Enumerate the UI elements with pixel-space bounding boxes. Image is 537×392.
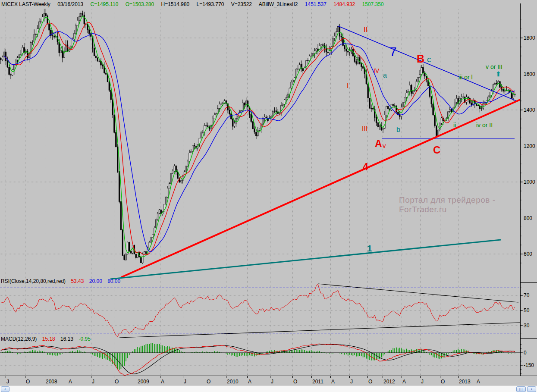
chart-annotation-b[interactable]: B xyxy=(417,53,424,64)
time-axis-label: J xyxy=(350,379,353,385)
rsi-value: 53.43 xyxy=(71,278,84,284)
macd-axis-label: -150 xyxy=(524,362,534,368)
ma-slow-line xyxy=(4,31,515,252)
rsi-name: RSI(Close,14,20,80,red,red) xyxy=(1,278,66,284)
macd-hist-value: -0.95 xyxy=(79,336,90,342)
macd-axis-label: 0 xyxy=(524,350,527,356)
chart-window: MICEX LAST-Weekly 03/16/2013 C=1495.110 … xyxy=(0,0,537,392)
rsi-axis-label: 30 xyxy=(524,323,530,329)
chart-annotation-iv-or-ii[interactable]: iv or II xyxy=(476,122,493,128)
rsi-high-level: 80.00 xyxy=(107,278,120,284)
price-axis-label: 1000 xyxy=(524,179,535,185)
time-axis-label: 2010 xyxy=(227,379,239,385)
axes-layer: 180016001400120010008006007050300-150JO2… xyxy=(0,3,537,385)
time-axis-label: A xyxy=(477,379,480,385)
trendlines-layer xyxy=(110,26,520,279)
scroll-right-button[interactable]: › xyxy=(527,386,536,392)
horizontal-scrollbar: ‹ ||| › xyxy=(0,386,537,392)
rsi-low-level: 20.00 xyxy=(89,278,102,284)
time-axis-label: J xyxy=(6,379,9,385)
time-axis-label: A xyxy=(402,379,406,385)
chart-annotation-c[interactable]: c xyxy=(427,55,431,63)
chart-annotation-iii[interactable]: III xyxy=(362,125,367,132)
time-axis-label: 2013 xyxy=(459,379,471,385)
trendline-red-major-uptrend-4[interactable] xyxy=(121,100,520,277)
macd-pane-label: MACD(12,26,9) 15.18 16.13 -0.95 xyxy=(1,336,94,342)
time-axis-label: J xyxy=(184,379,186,385)
chart-annotation-c[interactable]: C xyxy=(433,145,440,155)
macd-line xyxy=(1,344,515,376)
rsi-trendline[interactable] xyxy=(119,323,520,338)
chart-annotation-b[interactable]: b xyxy=(396,126,400,133)
chart-annotation-a[interactable]: a xyxy=(383,72,387,79)
chart-annotation-iii-or-l[interactable]: iii or l xyxy=(458,74,473,80)
macd-name: MACD(12,26,9) xyxy=(1,336,37,342)
price-axis-label: 600 xyxy=(524,251,532,257)
price-axis-label: 1600 xyxy=(524,71,535,77)
grid-layer xyxy=(0,9,520,376)
time-axis-label: O xyxy=(115,379,119,385)
scrollbar-thumb-button[interactable]: ||| xyxy=(516,386,526,392)
time-axis-label: A xyxy=(161,379,164,385)
price-axis-label: 1200 xyxy=(524,143,535,149)
price-axis-label: 1800 xyxy=(524,35,535,41)
time-axis-label: J xyxy=(421,379,424,385)
watermark: Портал для трейдеров - ForTrader.ru xyxy=(399,195,537,214)
macd-layer xyxy=(1,343,515,376)
time-axis-label: 2009 xyxy=(138,379,149,385)
chart-annotation-a[interactable]: A xyxy=(375,139,382,149)
macd-value: 15.18 xyxy=(42,336,55,342)
time-axis-label: O xyxy=(26,379,30,385)
trendline-teal-uptrend-1[interactable] xyxy=(110,240,501,279)
chart-annotation-4[interactable]: 4 xyxy=(363,162,368,172)
chart-annotation-v[interactable]: v xyxy=(383,142,386,149)
rsi-axis-label: 70 xyxy=(524,292,530,298)
time-axis-label: O xyxy=(293,379,297,385)
macd-signal-value: 16.13 xyxy=(60,336,73,342)
time-axis-label: A xyxy=(331,379,335,385)
macd-signal-line xyxy=(1,344,515,374)
chart-annotation-1[interactable]: 1 xyxy=(367,244,372,253)
time-axis-label: A xyxy=(248,379,251,385)
time-axis-label: 2011 xyxy=(312,379,323,385)
chart-annotation-v-or-iii[interactable]: v or III xyxy=(486,64,502,70)
price-axis-label: 800 xyxy=(524,215,532,221)
time-axis-label: O xyxy=(441,379,445,385)
scroll-left-button[interactable]: ‹ xyxy=(1,386,9,392)
chart-annotation-i[interactable]: I xyxy=(347,82,349,89)
time-axis-label: J xyxy=(92,379,94,385)
time-axis-label: O xyxy=(207,379,210,385)
time-axis-label: J xyxy=(271,379,273,385)
chart-annotation--[interactable]: ⬆ xyxy=(496,71,501,77)
time-axis-label: 2012 xyxy=(383,379,395,385)
rsi-trendline[interactable] xyxy=(318,284,518,302)
rsi-axis-label: 50 xyxy=(524,307,530,314)
chart-annotation-ii[interactable]: ii xyxy=(453,122,456,128)
price-axis-label: 1400 xyxy=(524,107,535,113)
rsi-pane-label: RSI(Close,14,20,80,red,red) 53.43 20.00 … xyxy=(1,278,124,284)
chart-annotation-iv[interactable]: IV xyxy=(374,68,379,74)
time-axis-label: A xyxy=(69,379,72,385)
time-axis-label: 2008 xyxy=(46,379,57,385)
time-axis-label: O xyxy=(368,379,372,385)
chart-annotation-ii[interactable]: II xyxy=(364,26,367,33)
chart-annotation-7[interactable]: 7 xyxy=(389,45,397,58)
